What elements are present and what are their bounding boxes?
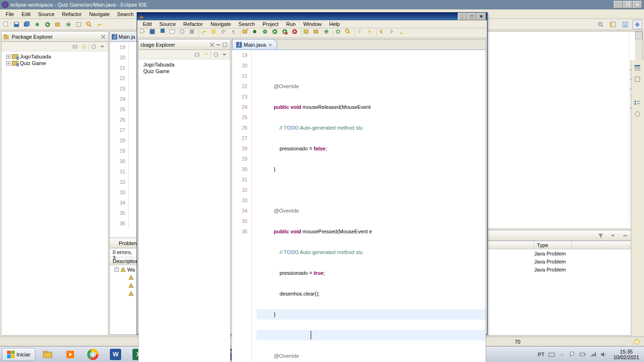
tree-node-jogotabuada[interactable]: + JogoTabuada — [3, 53, 106, 60]
back-icon[interactable] — [378, 28, 387, 38]
task-explorer[interactable] — [37, 348, 58, 361]
menu-source[interactable]: Source — [34, 10, 58, 18]
task-chrome[interactable] — [83, 348, 103, 361]
outline-icon[interactable] — [634, 64, 641, 72]
outer-project-tree[interactable]: + JogoTabuada + Quiz Game — [1, 51, 108, 335]
forward-icon[interactable] — [388, 28, 396, 38]
tray-chevron-icon[interactable] — [559, 351, 565, 358]
pin-icon[interactable] — [398, 28, 406, 38]
inner-pkg-title[interactable]: ckage Explorer — [139, 40, 230, 50]
run-last-icon[interactable] — [281, 28, 290, 38]
view-menu-icon[interactable] — [221, 51, 228, 58]
collapse-all-icon[interactable] — [194, 51, 201, 58]
filter-icon[interactable] — [597, 232, 604, 239]
debug-icon[interactable] — [33, 20, 41, 29]
task-list-icon[interactable] — [634, 75, 641, 83]
wrap-icon[interactable] — [220, 28, 229, 38]
clock[interactable]: 15:35 10/02/2021 — [611, 349, 642, 360]
new-java-class-icon[interactable]: C — [323, 28, 331, 38]
col-type[interactable]: Type — [534, 241, 572, 249]
close-view-icon[interactable] — [100, 34, 106, 40]
search-icon[interactable] — [345, 28, 353, 38]
volume-icon[interactable] — [600, 351, 607, 358]
inner-close-button[interactable]: ✕ — [477, 13, 486, 20]
inner-menu-refactor[interactable]: Refactor — [180, 20, 207, 28]
expand-icon[interactable]: + — [6, 61, 10, 66]
menu-file[interactable]: File — [2, 10, 18, 18]
inner-tree-jogotabuada[interactable]: JogoTabuada — [140, 61, 228, 68]
keyboard-icon[interactable] — [548, 351, 555, 358]
menu-search[interactable]: Search — [114, 10, 138, 18]
code-area[interactable]: 19 20 21 22 23 24 25 26 27 28 29 30 31 3… — [232, 50, 486, 362]
inner-menu-help[interactable]: Help — [325, 20, 344, 28]
open-type-icon[interactable] — [74, 20, 83, 29]
toggle-highlight-icon[interactable] — [200, 28, 209, 38]
outer-warn-group[interactable]: −Wa — [110, 265, 137, 273]
outer-warn-item[interactable] — [110, 273, 137, 281]
maximize-view-icon[interactable] — [222, 41, 228, 48]
new-dropdown-icon[interactable] — [139, 28, 148, 38]
inner-menu-navigate[interactable]: Navigate — [206, 20, 234, 28]
new-package-icon[interactable] — [54, 20, 62, 29]
inner-gutter[interactable]: 19 20 21 22 23 24 25 26 27 28 29 30 31 3… — [232, 50, 252, 362]
new-package-icon[interactable]: + — [242, 28, 250, 38]
start-button[interactable]: Iniciar — [2, 348, 35, 361]
minimize-view-icon[interactable] — [215, 41, 222, 48]
toggle-mark-icon[interactable] — [95, 20, 104, 29]
new-icon[interactable] — [2, 20, 10, 29]
scroll-up-icon[interactable] — [635, 32, 643, 39]
close-button[interactable]: ✕ — [633, 1, 642, 8]
run-icon[interactable] — [43, 20, 52, 29]
new-java-package-icon[interactable] — [313, 28, 322, 38]
inner-menu-run[interactable]: Run — [282, 20, 299, 28]
view-menu-icon[interactable] — [610, 232, 616, 239]
quick-access-icon[interactable] — [596, 20, 605, 29]
flag-icon[interactable] — [569, 351, 576, 358]
save-icon[interactable] — [149, 28, 157, 38]
external-tools-icon[interactable] — [291, 28, 300, 38]
pkg-view-title[interactable]: Package Explorer — [1, 32, 108, 42]
focus-task-icon[interactable] — [90, 43, 98, 50]
minimize-view-icon[interactable] — [622, 232, 628, 239]
new-class-icon[interactable]: C — [64, 20, 73, 29]
show-white-icon[interactable]: ¶ — [230, 28, 239, 38]
open-type-icon[interactable] — [335, 28, 343, 38]
new-java-project-icon[interactable] — [303, 28, 312, 38]
skip-breakpoints-icon[interactable] — [179, 28, 187, 38]
task-word[interactable]: W — [105, 348, 126, 361]
menu-navigate[interactable]: Navigate — [85, 10, 113, 18]
close-tab-icon[interactable]: × — [268, 42, 272, 48]
view-menu-icon[interactable] — [99, 43, 106, 50]
code-body[interactable]: @Override public void mouseReleased(Mous… — [252, 50, 486, 362]
focus-task-icon[interactable] — [212, 51, 220, 58]
outline-icon2[interactable] — [634, 99, 641, 107]
close-view-icon[interactable] — [209, 42, 215, 48]
inner-menu-window[interactable]: Window — [299, 20, 325, 28]
network-icon[interactable] — [590, 351, 596, 358]
next-annotation-icon[interactable] — [356, 28, 365, 38]
perspective-javaee-icon[interactable]: EE — [633, 20, 642, 29]
menu-refactor[interactable]: Refactor — [58, 10, 86, 18]
inner-title-bar[interactable]: _ □ ✕ — [137, 13, 487, 20]
language-indicator[interactable]: PT — [538, 352, 545, 357]
outer-warn-item[interactable] — [110, 281, 137, 289]
inner-minimize-button[interactable]: _ — [458, 13, 467, 20]
link-editor-icon[interactable] — [202, 51, 210, 58]
perspective-open-icon[interactable] — [608, 20, 618, 29]
menu-edit[interactable]: Edit — [18, 10, 34, 18]
inner-editor-tab[interactable]: J Main.java × — [232, 39, 277, 49]
tree-node-quizgame[interactable]: + Quiz Game — [3, 60, 106, 66]
inner-tree-quizgame[interactable]: Quiz Game — [140, 68, 228, 74]
outer-warn-item[interactable] — [110, 289, 137, 297]
build-icon[interactable] — [189, 28, 197, 38]
inner-menu-project[interactable]: Project — [259, 20, 282, 28]
search-icon[interactable] — [85, 20, 93, 29]
minimize-button[interactable]: _ — [614, 1, 623, 8]
maximize-button[interactable]: ❐ — [623, 1, 633, 8]
collapse-all-icon[interactable] — [72, 43, 79, 50]
link-editor-icon[interactable] — [80, 43, 88, 50]
run-dropdown-icon[interactable] — [272, 28, 280, 38]
task-media[interactable] — [60, 348, 81, 361]
inner-project-tree[interactable]: JogoTabuada Quiz Game — [139, 59, 230, 362]
save-all-icon[interactable] — [23, 20, 31, 29]
